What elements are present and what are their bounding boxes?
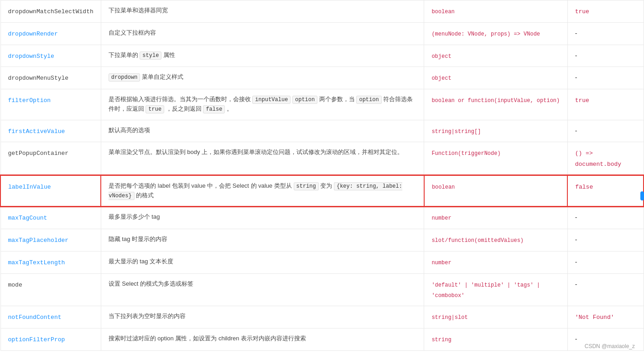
prop-desc-cell: 最多显示多少个 tag: [101, 206, 424, 229]
default-value: -: [575, 30, 577, 37]
prop-desc-cell: 当下拉列表为空时显示的内容: [101, 306, 424, 328]
desc-text: 设置 Select 的模式为多选或标签: [109, 280, 193, 287]
type-text: number: [431, 260, 451, 266]
type-text: slot/function(omittedValues): [431, 237, 524, 244]
type-text: string|slot: [431, 314, 467, 321]
table-row: firstActiveValue默认高亮的选项string|string[]-: [0, 120, 644, 142]
prop-name-cell: maxTagPlaceholder: [0, 229, 101, 251]
prop-name-link[interactable]: firstActiveValue: [8, 128, 65, 135]
default-value: -: [575, 281, 577, 288]
prop-desc-cell: 默认高亮的选项: [101, 120, 424, 142]
scrollbar-indicator[interactable]: [640, 191, 644, 200]
prop-name-cell: labelInValue: [0, 175, 101, 206]
table-row: mode设置 Select 的模式为多选或标签'default' | 'mult…: [0, 273, 644, 306]
prop-name-cell: dropdownRender: [0, 22, 101, 45]
table-row: dropdownStyle下拉菜单的 style 属性object-: [0, 45, 644, 67]
desc-text: 搜索时过滤对应的 option 属性，如设置为 children 表示对内嵌内容…: [109, 335, 306, 342]
type-text: object: [431, 53, 451, 60]
prop-name-cell: dropdownMenuStyle: [0, 67, 101, 89]
prop-name-link[interactable]: dropdownStyle: [8, 53, 54, 60]
prop-type-cell: 'default' | 'multiple' | 'tags' | 'combo…: [424, 273, 567, 306]
prop-name-cell: notFoundContent: [0, 306, 101, 328]
prop-name-cell: dropdownMatchSelectWidth: [0, 0, 101, 23]
default-value: -: [575, 335, 577, 343]
desc-text: 最多显示多少个 tag: [109, 213, 160, 220]
prop-name-link[interactable]: notFoundContent: [8, 314, 62, 321]
prop-default-cell: () => document.body: [567, 142, 644, 175]
inline-code: string: [294, 182, 319, 190]
type-text: Function(triggerNode): [431, 150, 500, 157]
type-text: 'default' | 'multiple' | 'tags' | 'combo…: [431, 282, 540, 299]
prop-type-cell: (menuNode: VNode, props) => VNode: [424, 22, 567, 45]
prop-type-cell: boolean: [424, 175, 567, 206]
desc-text: 默认高亮的选项: [109, 127, 150, 133]
prop-name-link[interactable]: maxTagTextLength: [8, 259, 65, 266]
type-text: boolean or function(inputValue, option): [431, 97, 560, 104]
prop-name-cell: maxTagTextLength: [0, 251, 101, 273]
table-row: filterOption是否根据输入项进行筛选。当其为一个函数时，会接收 inp…: [0, 89, 644, 120]
default-value: -: [575, 52, 577, 59]
type-text: boolean: [432, 184, 455, 190]
prop-name-link[interactable]: filterOption: [8, 97, 51, 104]
prop-name-cell: optionFilterProp: [0, 328, 101, 350]
prop-default-cell: true: [567, 89, 644, 120]
prop-type-cell: string|string[]: [424, 120, 567, 142]
page-wrapper: dropdownMatchSelectWidth下拉菜单和选择器同宽boolea…: [0, 0, 644, 351]
prop-default-cell: -: [567, 120, 644, 142]
inline-code: false: [203, 105, 225, 113]
prop-name-cell: filterOption: [0, 89, 101, 120]
prop-desc-cell: 菜单渲染父节点。默认渲染到 body 上，如果你遇到菜单滚动定位问题，试试修改为…: [101, 142, 424, 175]
prop-desc-cell: dropdown 菜单自定义样式: [101, 67, 424, 89]
desc-text: 隐藏 tag 时显示的内容: [109, 236, 167, 242]
api-table: dropdownMatchSelectWidth下拉菜单和选择器同宽boolea…: [0, 0, 644, 351]
desc-text: 自定义下拉框内容: [109, 29, 156, 36]
inline-code: dropdown: [109, 73, 140, 82]
table-row: getPopupContainer菜单渲染父节点。默认渲染到 body 上，如果…: [0, 142, 644, 175]
prop-default-cell: 'Not Found': [567, 306, 644, 328]
prop-type-cell: number: [424, 251, 567, 273]
prop-desc-cell: 自定义下拉框内容: [101, 22, 424, 45]
prop-name-text: getPopupContainer: [8, 150, 69, 157]
default-value: true: [575, 97, 589, 104]
default-value: -: [575, 127, 577, 134]
prop-name-link[interactable]: optionFilterProp: [8, 336, 65, 343]
table-row: maxTagTextLength最大显示的 tag 文本长度number-: [0, 251, 644, 273]
table-row: dropdownMatchSelectWidth下拉菜单和选择器同宽boolea…: [0, 0, 644, 23]
inline-code: option: [356, 96, 381, 104]
prop-name-cell: firstActiveValue: [0, 120, 101, 142]
prop-type-cell: object: [424, 67, 567, 89]
prop-type-cell: Function(triggerNode): [424, 142, 567, 175]
default-value: -: [575, 74, 577, 81]
prop-name-text: mode: [8, 282, 22, 288]
prop-name-link[interactable]: maxTagPlaceholder: [8, 237, 69, 244]
prop-type-cell: object: [424, 45, 567, 67]
prop-default-cell: -: [567, 273, 644, 306]
prop-type-cell: string|slot: [424, 306, 567, 328]
table-row: optionFilterProp搜索时过滤对应的 option 属性，如设置为 …: [0, 328, 644, 350]
table-row: maxTagPlaceholder隐藏 tag 时显示的内容slot/funct…: [0, 229, 644, 251]
default-value: 'Not Found': [575, 314, 614, 321]
prop-desc-cell: 最大显示的 tag 文本长度: [101, 251, 424, 273]
table-row: maxTagCount最多显示多少个 tagnumber-: [0, 206, 644, 229]
default-value: true: [575, 8, 589, 15]
prop-type-cell: slot/function(omittedValues): [424, 229, 567, 251]
type-text: string|string[]: [431, 128, 481, 135]
desc-text: 最大显示的 tag 文本长度: [109, 258, 173, 265]
type-text: string: [431, 337, 451, 343]
prop-desc-cell: 设置 Select 的模式为多选或标签: [101, 273, 424, 306]
inline-code: inputValue: [252, 96, 291, 104]
prop-desc-cell: 隐藏 tag 时显示的内容: [101, 229, 424, 251]
prop-name-cell: getPopupContainer: [0, 142, 101, 175]
type-text: object: [431, 75, 451, 82]
prop-name-link[interactable]: labelInValue: [8, 184, 51, 190]
prop-name-link[interactable]: dropdownRender: [8, 31, 58, 37]
inline-code: true: [145, 105, 164, 113]
prop-default-cell: -: [567, 229, 644, 251]
desc-text: 菜单渲染父节点。默认渲染到 body 上，如果你遇到菜单滚动定位问题，试试修改为…: [109, 149, 403, 155]
prop-desc-cell: 下拉菜单的 style 属性: [101, 45, 424, 67]
type-text: number: [431, 215, 451, 221]
type-text: (menuNode: VNode, props) => VNode: [431, 31, 540, 37]
inline-code: style: [140, 51, 161, 60]
default-value: false: [575, 184, 593, 190]
prop-name-link[interactable]: maxTagCount: [8, 215, 47, 221]
